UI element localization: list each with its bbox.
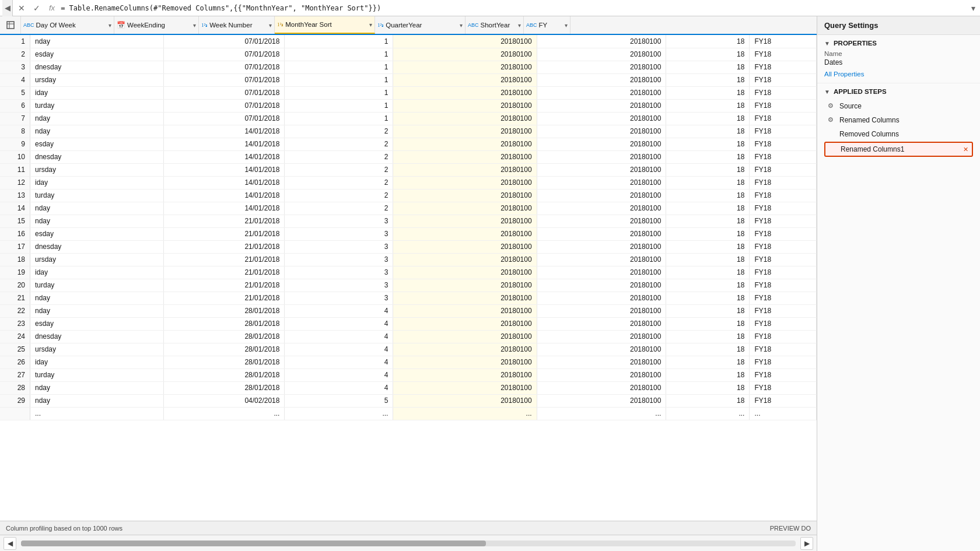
cell-weekending: 21/01/2018 — [163, 240, 284, 253]
formula-input[interactable] — [61, 4, 967, 12]
cell-monthyearsort: 20180100 — [393, 73, 537, 86]
table-row: 7nday07/01/20181201801002018010018FY18 — [0, 112, 817, 125]
grid-header: ABC Day Of Week ▾ 📅 WeekEnding ▾ 1²₃ Wee… — [0, 16, 817, 35]
cell-weekending: 28/01/2018 — [163, 304, 284, 317]
horizontal-scrollbar[interactable] — [21, 541, 796, 546]
col-dropdown-dayofweek[interactable]: ▾ — [108, 22, 111, 29]
grid-body[interactable]: 1nday07/01/20181201801002018010018FY182e… — [0, 35, 817, 521]
step-item-removed-columns[interactable]: Removed Columns — [824, 128, 973, 141]
cell-weekending: ... — [163, 407, 284, 420]
cell-weekending: 04/02/2018 — [163, 394, 284, 407]
cell-shortyear: 18 — [666, 86, 750, 99]
cell-shortyear: 18 — [666, 381, 750, 394]
cell-quarteryear: 20180100 — [537, 86, 666, 99]
cell-weeknumber: 4 — [285, 317, 393, 330]
table-row: 19iday21/01/20183201801002018010018FY18 — [0, 266, 817, 279]
row-number: 21 — [0, 292, 30, 304]
row-number: 25 — [0, 343, 30, 356]
all-properties-link[interactable]: All Properties — [824, 71, 864, 78]
col-header-fy[interactable]: ABC FY ▾ — [524, 16, 570, 34]
col-header-shortyear[interactable]: ABC ShortYear ▾ — [466, 16, 524, 34]
applied-steps-title[interactable]: ▼ APPLIED STEPS — [824, 88, 973, 95]
cell-dayofweek: iday — [30, 356, 164, 368]
col-dropdown-fy[interactable]: ▾ — [565, 22, 568, 29]
properties-section-title[interactable]: ▼ PROPERTIES — [824, 40, 973, 47]
cancel-formula-btn[interactable]: ✕ — [15, 2, 28, 15]
cell-quarteryear: 20180100 — [537, 381, 666, 394]
table-row: 1nday07/01/20181201801002018010018FY18 — [0, 35, 817, 48]
table-row: 4ursday07/01/20181201801002018010018FY18 — [0, 73, 817, 86]
step-settings-icon-renamed-columns-1: ⚙ — [828, 116, 836, 124]
name-label: Name — [824, 50, 973, 57]
right-panel: Query Settings ▼ PROPERTIES Name Dates A… — [817, 16, 980, 551]
cell-fy: FY18 — [750, 150, 817, 163]
cell-weeknumber: 1 — [285, 35, 393, 48]
cell-dayofweek: dnesday — [30, 61, 164, 73]
row-number-header — [0, 16, 21, 34]
cell-quarteryear: 20180100 — [537, 343, 666, 356]
cell-monthyearsort: 20180100 — [393, 266, 537, 279]
cell-fy: FY18 — [750, 240, 817, 253]
cell-quarteryear: 20180100 — [537, 61, 666, 73]
formula-expand-btn[interactable]: ▾ — [969, 3, 978, 13]
col-header-weekending[interactable]: 📅 WeekEnding ▾ — [114, 16, 199, 34]
step-item-source[interactable]: ⚙Source — [824, 100, 973, 113]
cell-fy: FY18 — [750, 73, 817, 86]
row-number: 10 — [0, 150, 30, 163]
col-dropdown-weeknumber[interactable]: ▾ — [269, 22, 272, 29]
scroll-left-btn[interactable]: ◀ — [4, 537, 16, 550]
col-header-weeknumber[interactable]: 1²₃ Week Number ▾ — [199, 16, 275, 34]
cell-weeknumber: 2 — [285, 176, 393, 189]
cell-monthyearsort: 20180100 — [393, 215, 537, 227]
cell-dayofweek: ... — [30, 407, 164, 420]
cell-dayofweek: turday — [30, 368, 164, 381]
cell-weekending: 07/01/2018 — [163, 112, 284, 125]
table-row: 10dnesday14/01/20182201801002018010018FY… — [0, 150, 817, 163]
col-header-quarteryear[interactable]: 1²₃ QuarterYear ▾ — [375, 16, 466, 34]
cell-monthyearsort: 20180100 — [393, 292, 537, 304]
cell-shortyear: 18 — [666, 394, 750, 407]
cell-shortyear: 18 — [666, 227, 750, 240]
sidebar-collapse-btn[interactable]: ◀ — [2, 0, 13, 16]
confirm-formula-btn[interactable]: ✓ — [30, 2, 43, 15]
applied-steps-section: ▼ APPLIED STEPS ⚙Source⚙Renamed ColumnsR… — [817, 83, 980, 551]
col-label-shortyear: ShortYear — [481, 22, 510, 29]
cell-monthyearsort: 20180100 — [393, 48, 537, 61]
col-dropdown-weekending[interactable]: ▾ — [193, 22, 196, 29]
row-number: 9 — [0, 138, 30, 150]
cell-weekending: 28/01/2018 — [163, 330, 284, 343]
cell-monthyearsort: 20180100 — [393, 304, 537, 317]
cell-weeknumber: 2 — [285, 202, 393, 215]
row-number: 20 — [0, 279, 30, 292]
cell-fy: FY18 — [750, 292, 817, 304]
cell-fy: FY18 — [750, 138, 817, 150]
formula-bar: ◀ ✕ ✓ fx ▾ — [0, 0, 980, 16]
table-row: 28nday28/01/20184201801002018010018FY18 — [0, 381, 817, 394]
cell-weeknumber: 3 — [285, 215, 393, 227]
col-header-dayofweek[interactable]: ABC Day Of Week ▾ — [21, 16, 114, 34]
cell-weekending: 28/01/2018 — [163, 356, 284, 368]
col-dropdown-quarteryear[interactable]: ▾ — [460, 22, 463, 29]
step-item-renamed-columns-2[interactable]: Renamed Columns1✕ — [824, 142, 973, 157]
col-dropdown-shortyear[interactable]: ▾ — [518, 22, 521, 29]
cell-monthyearsort: 20180100 — [393, 279, 537, 292]
row-number: 29 — [0, 394, 30, 407]
cell-fy: FY18 — [750, 61, 817, 73]
cell-monthyearsort: 20180100 — [393, 176, 537, 189]
cell-weekending: 21/01/2018 — [163, 227, 284, 240]
scroll-right-btn[interactable]: ▶ — [800, 537, 813, 550]
table-row: 15nday21/01/20183201801002018010018FY18 — [0, 215, 817, 227]
table-row: 22nday28/01/20184201801002018010018FY18 — [0, 304, 817, 317]
cell-quarteryear: 20180100 — [537, 215, 666, 227]
table-row: 21nday21/01/20183201801002018010018FY18 — [0, 292, 817, 304]
col-dropdown-monthyearsort[interactable]: ▾ — [369, 22, 372, 28]
scrollbar-thumb — [21, 541, 486, 546]
cell-weeknumber: 1 — [285, 48, 393, 61]
cell-weekending: 28/01/2018 — [163, 343, 284, 356]
cell-weekending: 21/01/2018 — [163, 253, 284, 266]
step-item-renamed-columns-1[interactable]: ⚙Renamed Columns — [824, 114, 973, 127]
cell-fy: FY18 — [750, 266, 817, 279]
cell-weekending: 07/01/2018 — [163, 35, 284, 48]
table-row: 24dnesday28/01/20184201801002018010018FY… — [0, 330, 817, 343]
col-header-monthyearsort[interactable]: 1²₃ MonthYear Sort ▾ — [275, 16, 375, 34]
